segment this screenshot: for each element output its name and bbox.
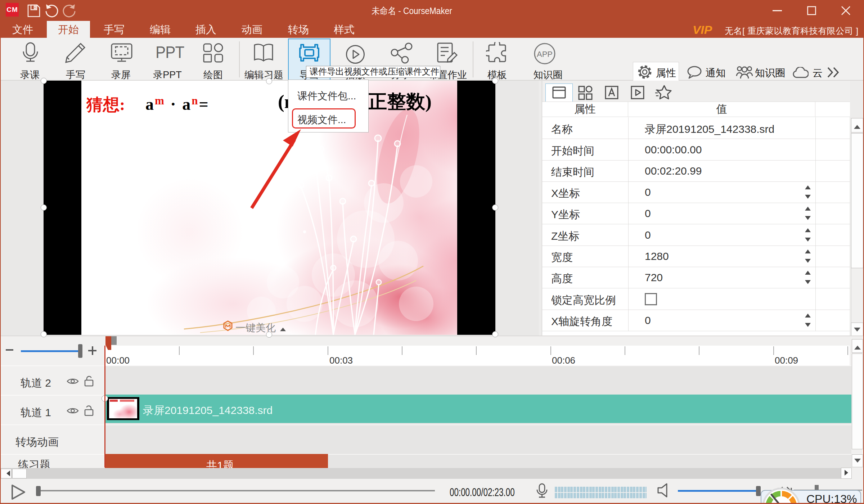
svg-text:APP: APP <box>537 50 553 59</box>
